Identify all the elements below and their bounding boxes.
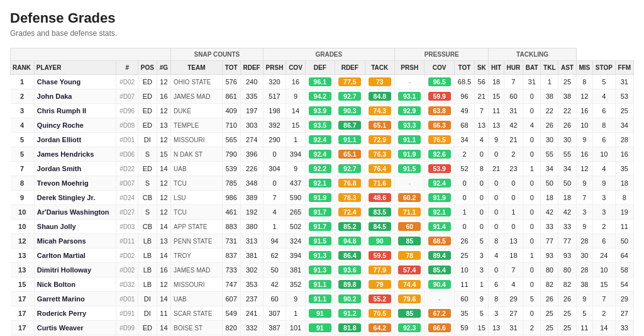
cell-rdef2: 91.1 [335, 133, 365, 147]
cell-sk: 5 [475, 306, 489, 321]
col-num: # [116, 61, 138, 75]
cell-ffm: 19 [615, 205, 633, 220]
cell-stop: 4 [592, 89, 615, 104]
cell-tack: 84.8 [365, 89, 394, 104]
cell-sk: 0 [475, 205, 489, 220]
cell-hit: 3 [489, 306, 504, 321]
col-prsh: PRSH [263, 61, 286, 75]
cell-ast: 50 [558, 176, 576, 191]
cell-rdef2: 93.6 [335, 263, 365, 277]
page-subtitle: Grades and base defense stats. [10, 29, 634, 38]
cell-rank: 8 [11, 176, 35, 191]
col-bat: BAT [523, 61, 541, 75]
cell-tack: 79 [365, 277, 394, 292]
cell-team: TEMPLE [171, 118, 223, 133]
cell-pos: ED [138, 162, 157, 176]
page-container: Defense Grades Grades and base defense s… [0, 0, 644, 336]
cell-player: Derek Stingley Jr. [34, 191, 116, 205]
cell-rdef: 237 [240, 292, 263, 306]
cell-sk: 7 [475, 104, 489, 118]
cell-tack: 64.2 [365, 321, 394, 335]
cell-num: #D02 [116, 75, 138, 89]
cell-prsh: 42 [263, 277, 286, 292]
cell-def: 91.9 [305, 191, 335, 205]
cell-hit: 15 [489, 89, 504, 104]
cell-cov: 9 [286, 89, 305, 104]
cell-mis: 30 [576, 249, 592, 263]
cell-team: DUKE [171, 104, 223, 118]
cell-ffm: 18 [615, 176, 633, 191]
cell-prsh: 94 [263, 234, 286, 249]
cell-pressure-tot: 26 [454, 234, 474, 249]
cell-bat: 31 [523, 75, 541, 89]
cell-num: #D03 [116, 220, 138, 234]
table-row: 17 Roderick Perry #D91 DI 11 SCAR STATE … [11, 306, 634, 321]
cell-pressure-tot: 68.5 [454, 75, 474, 89]
cell-prsh: 0 [263, 176, 286, 191]
cell-cov: 265 [286, 205, 305, 220]
cell-rank: 9 [11, 191, 35, 205]
cell-player: Roderick Perry [34, 306, 116, 321]
cell-stop: 6 [592, 133, 615, 147]
cell-def: 91.1 [305, 292, 335, 306]
group-header-row: SNAP COUNTS GRADES PRESSURE TACKLING [11, 48, 634, 61]
cell-pos: DI [138, 133, 157, 147]
cell-g: 14 [157, 220, 170, 234]
cell-prsh2: - [395, 176, 425, 191]
cell-def: 91.7 [305, 205, 335, 220]
cell-tkl: 82 [541, 277, 558, 292]
table-row: 1 Chase Young #D02 ED 12 OHIO STATE 576 … [11, 75, 634, 89]
col-prsh2: PRSH [395, 61, 425, 75]
cell-hit: 18 [489, 75, 504, 89]
cell-rdef: 302 [240, 263, 263, 277]
cell-rdef2: 77.5 [335, 75, 365, 89]
cell-prsh: 320 [263, 75, 286, 89]
cell-rdef: 396 [240, 147, 263, 162]
cell-cov: 15 [286, 118, 305, 133]
col-cov: COV [286, 61, 305, 75]
cell-rdef: 335 [240, 89, 263, 104]
col-header-row: RANK PLAYER # POS #G TEAM TOT RDEF PRSH … [11, 61, 634, 75]
cell-tkl: 26 [541, 118, 558, 133]
cell-tot: 539 [222, 162, 240, 176]
cell-stop: 15 [592, 277, 615, 292]
cell-rdef: 240 [240, 75, 263, 89]
table-row: 15 Nick Bolton #D32 LB 12 MISSOURI 747 3… [11, 277, 634, 292]
cell-tack: 74.3 [365, 104, 394, 118]
cell-prsh2: 85 [395, 234, 425, 249]
table-row: 13 Carlton Martial #D02 LB 14 TROY 837 3… [11, 249, 634, 263]
cell-num: #D32 [116, 277, 138, 292]
cell-player: Quincy Roche [34, 118, 116, 133]
cell-hur: 13 [504, 234, 523, 249]
cell-bat: 1 [523, 162, 541, 176]
cell-ffm: 54 [615, 277, 633, 292]
cell-hur: 7 [504, 75, 523, 89]
cell-pos: ED [138, 321, 157, 335]
table-row: 3 Chris Rumph II #D96 ED 12 DUKE 409 197… [11, 104, 634, 118]
cell-rdef2: 90.2 [335, 292, 365, 306]
cell-num: #D22 [116, 162, 138, 176]
cell-cov2: 53.9 [425, 162, 454, 176]
cell-rank: 13 [11, 249, 35, 263]
cell-player: Jordan Elliott [34, 133, 116, 147]
cell-rank: 17 [11, 321, 35, 335]
cell-mis: 9 [576, 292, 592, 306]
cell-prsh2: 74.4 [395, 277, 425, 292]
cell-bat: 0 [523, 263, 541, 277]
cell-ffm: 35 [615, 162, 633, 176]
cell-ast: 82 [558, 277, 576, 292]
cell-ast: 25 [558, 321, 576, 335]
cell-rank: 17 [11, 306, 35, 321]
cell-tkl: 18 [541, 191, 558, 205]
cell-hit: 4 [489, 249, 504, 263]
cell-ffm: 34 [615, 118, 633, 133]
cell-ast: 34 [558, 162, 576, 176]
cell-cov2: 92.6 [425, 147, 454, 162]
cell-team: UAB [171, 292, 223, 306]
cell-pressure-tot: 11 [454, 277, 474, 292]
cell-sk: 0 [475, 191, 489, 205]
cell-tack: 76.4 [365, 162, 394, 176]
cell-mis: 11 [576, 321, 592, 335]
cell-rdef2: 72.4 [335, 205, 365, 220]
cell-sk: 13 [475, 118, 489, 133]
